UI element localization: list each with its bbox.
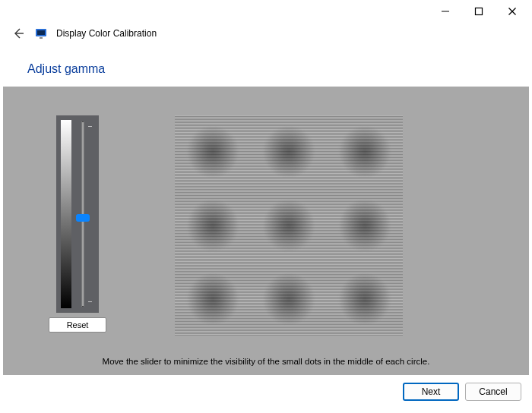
gamma-slider[interactable] [56,115,99,313]
close-icon [508,7,517,16]
cancel-button[interactable]: Cancel [465,383,521,401]
back-button[interactable] [11,26,26,41]
svg-rect-7 [40,37,43,39]
reset-button[interactable]: Reset [49,317,106,333]
app-title: Display Color Calibration [56,28,157,39]
gamma-slider-column: Reset [49,115,106,333]
maximize-icon [474,7,483,16]
instruction-text: Move the slider to minimize the visibili… [3,349,529,375]
main-area: Reset Move the slider to minimize the vi… [3,87,529,375]
slider-tick-top [88,126,92,127]
window-close-button[interactable] [496,1,529,22]
window-titlebar [0,0,532,23]
svg-rect-6 [37,30,45,35]
wizard-footer: Next Cancel [0,375,532,401]
window-maximize-button[interactable] [462,1,496,22]
svg-rect-1 [476,8,483,15]
next-button[interactable]: Next [403,383,459,401]
app-icon [35,27,47,39]
slider-thumb[interactable] [76,214,90,222]
back-arrow-icon [12,27,24,39]
gamma-gradient-strip [61,120,71,308]
page-heading: Adjust gamma [0,47,532,87]
gamma-test-pattern [175,115,403,336]
minimize-icon [441,7,450,16]
window-minimize-button[interactable] [429,1,462,22]
header-bar: Display Color Calibration [0,23,532,47]
slider-tick-bottom [88,301,92,302]
